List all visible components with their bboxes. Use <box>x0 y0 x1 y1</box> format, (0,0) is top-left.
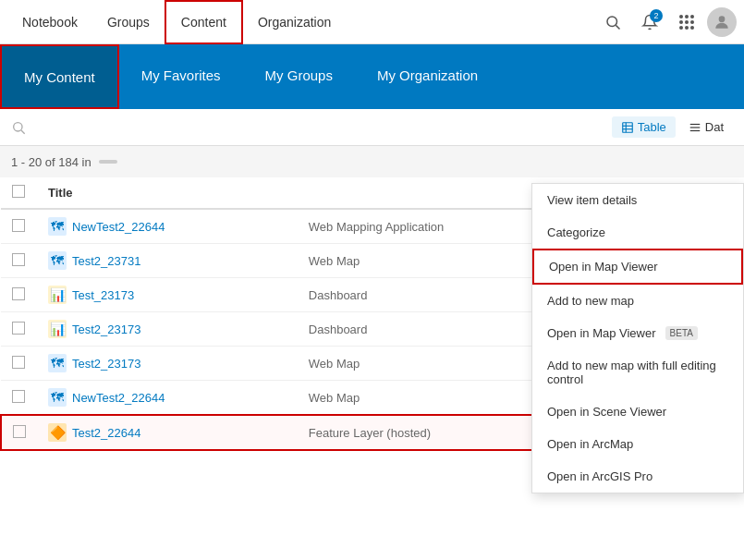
row-title-cell: 🔶 Test2_22644 <box>37 415 298 450</box>
avatar[interactable] <box>707 7 737 37</box>
row-checkbox-cell <box>1 415 37 450</box>
item-type-icon: 📊 <box>48 286 67 304</box>
menu-item-open-in-scene-viewer[interactable]: Open in Scene Viewer <box>532 396 743 428</box>
row-checkbox-cell <box>1 381 37 416</box>
results-range: 1 - 20 of 184 in <box>11 155 91 169</box>
search-nav-button[interactable] <box>596 6 629 39</box>
item-link[interactable]: 🗺 NewTest2_22644 <box>48 217 287 236</box>
notification-badge: 2 <box>650 9 663 22</box>
item-title[interactable]: NewTest2_22644 <box>72 391 165 405</box>
dat-label: Dat <box>705 120 724 134</box>
item-title[interactable]: Test2_23173 <box>72 357 140 371</box>
row-title-cell: 🗺 Test2_23173 <box>37 347 298 381</box>
item-title[interactable]: NewTest2_22644 <box>72 220 165 234</box>
item-title[interactable]: Test2_22644 <box>72 426 140 440</box>
row-title-cell: 🗺 Test2_23731 <box>37 244 298 278</box>
header-title-col: Title <box>37 177 298 209</box>
row-title-cell: 🗺 NewTest2_22644 <box>37 209 298 244</box>
item-type-icon: 🗺 <box>48 354 67 372</box>
nav-notebook[interactable]: Notebook <box>7 0 92 44</box>
item-type-icon: 📊 <box>48 320 67 338</box>
menu-item-label: Open in ArcMap <box>547 437 633 451</box>
table-label: Table <box>638 120 666 134</box>
context-menu: View item detailsCategorizeOpen in Map V… <box>531 183 744 493</box>
row-checkbox[interactable] <box>12 322 25 335</box>
menu-item-add-to-new-map[interactable]: Add to new map <box>532 285 743 317</box>
svg-point-2 <box>719 16 726 22</box>
apps-button[interactable] <box>670 6 703 39</box>
menu-item-open-in-arcgis-pro[interactable]: Open in ArcGIS Pro <box>532 460 743 493</box>
menu-item-label: Open in Map Viewer <box>547 326 656 340</box>
item-type-icon: 🔶 <box>48 423 67 442</box>
item-link[interactable]: 🗺 NewTest2_22644 <box>48 388 287 407</box>
item-type-icon: 🗺 <box>48 217 67 236</box>
menu-item-label: View item details <box>547 193 637 207</box>
svg-line-4 <box>21 130 25 134</box>
menu-item-add-to-new-map-full[interactable]: Add to new map with full editing control <box>532 349 743 396</box>
header-checkbox-col <box>1 177 37 209</box>
menu-item-open-in-map-viewer[interactable]: Open in Map Viewer <box>532 249 743 285</box>
row-checkbox-cell <box>1 347 37 381</box>
item-link[interactable]: 🗺 Test2_23173 <box>48 354 287 372</box>
subnav-my-groups[interactable]: My Groups <box>243 44 355 109</box>
row-checkbox-cell <box>1 278 37 312</box>
menu-item-view-item-details[interactable]: View item details <box>532 184 743 216</box>
row-checkbox[interactable] <box>12 219 25 232</box>
item-link[interactable]: 🔶 Test2_22644 <box>48 423 287 442</box>
menu-item-open-in-arcmap[interactable]: Open in ArcMap <box>532 428 743 460</box>
svg-rect-5 <box>622 122 632 132</box>
table-view-button[interactable]: Table <box>612 116 676 138</box>
row-checkbox[interactable] <box>12 287 25 300</box>
row-checkbox[interactable] <box>12 356 25 369</box>
row-checkbox-cell <box>1 209 37 244</box>
search-box[interactable] <box>11 120 604 135</box>
nav-groups[interactable]: Groups <box>92 0 165 44</box>
results-tag <box>99 160 117 164</box>
list-icon <box>689 121 701 134</box>
nav-icons: 2 <box>596 6 737 39</box>
row-title-cell: 🗺 NewTest2_22644 <box>37 381 298 416</box>
beta-badge: BETA <box>665 326 698 340</box>
menu-item-label: Open in ArcGIS Pro <box>547 469 653 483</box>
item-type-icon: 🗺 <box>48 251 67 270</box>
item-title[interactable]: Test2_23731 <box>72 254 140 268</box>
sub-nav: My Content My Favorites My Groups My Org… <box>0 44 744 109</box>
menu-item-categorize[interactable]: Categorize <box>532 216 743 249</box>
toolbar-right: Table Dat <box>612 116 733 138</box>
nav-content[interactable]: Content <box>165 0 243 44</box>
item-link[interactable]: 🗺 Test2_23731 <box>48 251 287 270</box>
subnav-my-favorites[interactable]: My Favorites <box>119 44 243 109</box>
dot-grid-icon <box>679 15 694 30</box>
menu-item-label: Open in Scene Viewer <box>547 405 666 419</box>
nav-organization[interactable]: Organization <box>243 0 346 44</box>
menu-item-label: Add to new map <box>547 294 634 308</box>
row-checkbox-cell <box>1 312 37 347</box>
dat-view-button[interactable]: Dat <box>679 116 733 138</box>
item-link[interactable]: 📊 Test2_23173 <box>48 320 287 338</box>
row-checkbox-cell <box>1 244 37 278</box>
item-title[interactable]: Test_23173 <box>72 288 134 302</box>
row-title-cell: 📊 Test2_23173 <box>37 312 298 347</box>
nav-items: Notebook Groups Content Organization <box>7 0 346 44</box>
subnav-my-content[interactable]: My Content <box>0 44 119 109</box>
notification-button[interactable]: 2 <box>633 6 666 39</box>
row-checkbox[interactable] <box>12 253 25 266</box>
content-area: Table Dat 1 - 20 of 184 in Title <box>0 109 744 560</box>
item-link[interactable]: 📊 Test_23173 <box>48 286 287 304</box>
svg-point-0 <box>607 17 617 27</box>
row-title-cell: 📊 Test_23173 <box>37 278 298 312</box>
table-icon <box>621 121 634 134</box>
menu-item-label: Categorize <box>547 225 605 239</box>
subnav-my-organization[interactable]: My Organization <box>355 44 500 109</box>
top-nav: Notebook Groups Content Organization 2 <box>0 0 744 44</box>
row-checkbox[interactable] <box>13 425 26 438</box>
item-type-icon: 🗺 <box>48 388 67 407</box>
search-icon <box>11 120 26 135</box>
select-all-checkbox[interactable] <box>12 185 25 198</box>
menu-item-label: Add to new map with full editing control <box>547 359 728 386</box>
results-info: 1 - 20 of 184 in <box>0 146 744 177</box>
row-checkbox[interactable] <box>12 390 25 403</box>
item-title[interactable]: Test2_23173 <box>72 323 140 336</box>
menu-item-label: Open in Map Viewer <box>549 260 658 274</box>
menu-item-open-in-map-viewer-beta[interactable]: Open in Map ViewerBETA <box>532 317 743 349</box>
